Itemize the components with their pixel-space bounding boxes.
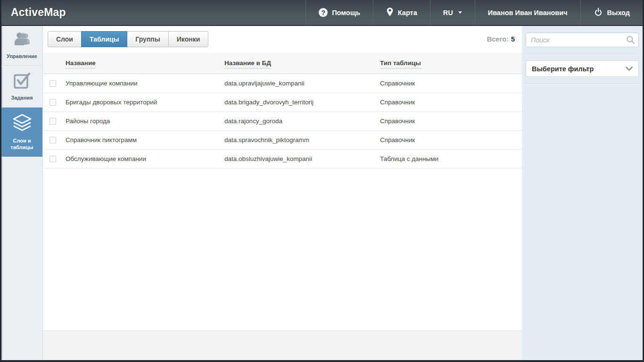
sidebar-item-layers-tables[interactable]: Слои и таблицы [1,108,42,157]
filter-label: Выберите фильтр [532,65,594,73]
cell-type: Таблица с данными [376,150,522,168]
sidebar-item-label: Слои и таблицы [3,138,41,151]
cell-name: Обслуживающие компании [62,150,221,168]
table-row[interactable]: Бригады дворовых территорий data.brigady… [43,93,522,112]
tables-table: Название Название в БД Тип таблицы Управ… [43,53,522,168]
layers-icon [12,114,33,134]
tab-tables[interactable]: Таблицы [81,31,127,47]
table-row[interactable]: Районы города data.rajoncy_goroda Справо… [43,112,522,131]
help-icon: ? [319,8,328,17]
cell-db-name: data.spravochnik_piktogramm [221,131,376,150]
search-input[interactable] [526,33,639,47]
total-count: Всего:5 [487,35,515,43]
help-button[interactable]: ? Помощь [305,0,373,25]
cell-type: Справочник [376,112,522,131]
table-row[interactable]: Обслуживающие компании data.obsluzhivaju… [43,150,522,168]
row-checkbox[interactable] [50,99,56,106]
cell-db-name: data.upravljajuwie_kompanii [221,74,376,93]
main-panel: Слои Таблицы Группы Иконки Всего:5 Назва… [43,26,522,330]
tab-icons[interactable]: Иконки [168,31,209,47]
main-footer [43,330,522,360]
content-row: Управление Задания [1,26,643,360]
cell-db-name: data.rajoncy_goroda [221,112,376,131]
language-label: RU [443,9,453,17]
map-button[interactable]: Карта [373,0,430,25]
filter-dropdown[interactable]: Выберите фильтр [526,60,639,77]
cell-type: Справочник [376,93,522,112]
cell-name: Справочник пиктограмм [62,131,221,150]
panel-separator [525,84,640,84]
cell-name: Бригады дворовых территорий [62,93,221,112]
map-label: Карта [398,9,417,17]
right-panel: Выберите фильтр [522,26,643,360]
user-name: Иванов Иван Иванович [488,9,568,17]
users-group-icon [12,32,32,49]
cell-db-name: data.brigady_dvorovyh_territorij [221,93,376,112]
logout-button[interactable]: Выход [580,0,643,25]
panel-separator [525,54,640,54]
column-header-db-name[interactable]: Название в БД [224,59,271,68]
table-row[interactable]: Управляющие компании data.upravljajuwie_… [43,74,522,93]
main-column: Слои Таблицы Группы Иконки Всего:5 Назва… [43,26,522,360]
total-label: Всего: [487,35,509,43]
row-checkbox[interactable] [50,137,56,143]
cell-type: Справочник [376,131,522,150]
tab-layers[interactable]: Слои [48,31,82,47]
header-nav: ? Помощь Карта RU Иванов Иван Иванович [305,0,643,25]
column-header-type[interactable]: Тип таблицы [380,59,421,68]
toolbar: Слои Таблицы Группы Иконки Всего:5 [43,26,522,53]
sidebar-item-label: Задания [11,95,33,101]
user-menu[interactable]: Иванов Иван Иванович [475,0,580,25]
sidebar-item-tasks[interactable]: Задания [1,66,42,108]
sidebar-item-management[interactable]: Управление [1,26,42,66]
cell-name: Районы города [62,112,221,131]
table-row[interactable]: Справочник пиктограмм data.spravochnik_p… [43,131,522,150]
table-header-row: Название Название в БД Тип таблицы [43,53,522,74]
app-header: ActiveMap ? Помощь Карта RU Иванов Иван … [1,0,643,26]
caret-down-icon [458,11,462,14]
app-window: ActiveMap ? Помощь Карта RU Иванов Иван … [0,0,644,362]
tab-groups[interactable]: Группы [127,31,168,47]
search-icon [626,35,635,46]
cell-db-name: data.obsluzhivajuwie_kompanii [221,150,376,168]
map-pin-icon [386,7,394,18]
app-logo: ActiveMap [1,0,75,25]
row-checkbox[interactable] [50,156,56,162]
cell-name: Управляющие компании [62,74,221,93]
tab-group: Слои Таблицы Группы Иконки [48,31,208,47]
language-dropdown[interactable]: RU [430,0,475,25]
tasks-check-icon [13,72,31,91]
row-checkbox[interactable] [50,118,56,125]
logout-label: Выход [607,9,630,17]
sidebar-item-label: Управление [7,53,37,60]
search-box [526,33,639,47]
row-checkbox[interactable] [50,80,56,87]
power-icon [594,7,603,18]
column-header-name[interactable]: Название [66,59,96,68]
cell-type: Справочник [376,74,522,93]
chevron-down-icon [626,65,633,73]
sidebar: Управление Задания [1,26,43,360]
total-value: 5 [511,35,515,43]
help-label: Помощь [332,9,360,17]
